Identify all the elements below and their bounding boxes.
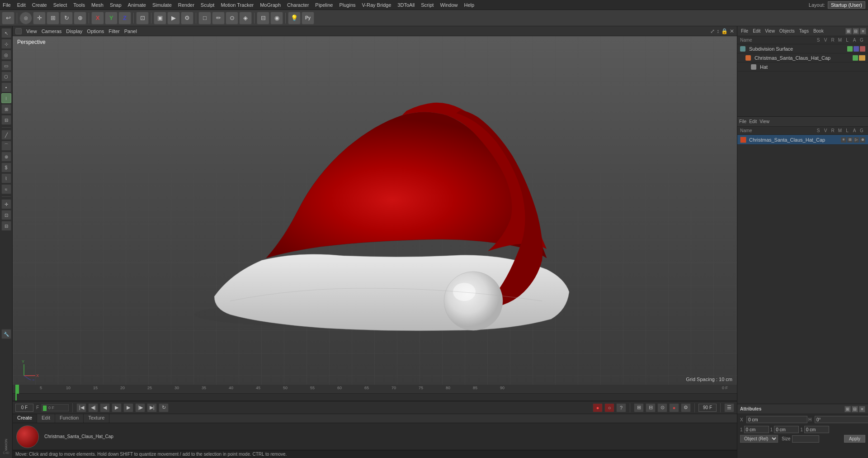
- list-view-btn[interactable]: ☰: [724, 403, 734, 412]
- next-key-button[interactable]: |▶: [135, 403, 145, 412]
- attr-sx-input[interactable]: [744, 426, 769, 433]
- render-to-picture-viewer[interactable]: ▣: [154, 12, 166, 24]
- live-select-tool[interactable]: ◎: [19, 12, 32, 24]
- tool-live-select[interactable]: ◎: [1, 50, 11, 60]
- viewport-menu-display[interactable]: Display: [66, 29, 82, 34]
- layout-selector[interactable]: Startup (User): [828, 1, 865, 9]
- menu-vray[interactable]: V-Ray Bridge: [362, 2, 392, 8]
- axis-x[interactable]: X: [91, 12, 104, 24]
- tool-arrow[interactable]: ↖: [1, 28, 11, 38]
- axis-z[interactable]: Z: [118, 12, 131, 24]
- menu-motion-tracker[interactable]: Motion Tracker: [221, 2, 254, 8]
- transform-tool[interactable]: ⊕: [74, 12, 86, 24]
- matmgr-edit[interactable]: Edit: [749, 119, 757, 124]
- attr-x-input[interactable]: [746, 416, 807, 423]
- auto-key-button[interactable]: ●: [593, 403, 603, 412]
- timeline-ruler[interactable]: 0 5 10 15 20 25 30 35 40 45 50 55 60 65 …: [13, 385, 737, 394]
- paint-tool[interactable]: ✏: [212, 12, 225, 24]
- matmgr-file[interactable]: File: [739, 119, 746, 124]
- scale-tool[interactable]: ⊞: [47, 12, 59, 24]
- obj-row-hat[interactable]: Hat: [737, 62, 868, 72]
- tool-poly-mode[interactable]: ⊞: [1, 104, 11, 114]
- viewport-icon-close[interactable]: ✕: [730, 28, 734, 34]
- tool-edge-mode[interactable]: ⁞: [1, 93, 11, 103]
- menu-simulate[interactable]: Simulate: [152, 2, 172, 8]
- tool-extrude[interactable]: ⊡: [1, 210, 11, 220]
- apply-button[interactable]: Apply: [844, 435, 865, 443]
- obj-vis-icon-2[interactable]: [853, 55, 858, 61]
- tool-uv-mode[interactable]: ⊟: [1, 115, 11, 125]
- menu-mesh[interactable]: Mesh: [91, 2, 104, 8]
- move-tool[interactable]: ✛: [33, 12, 46, 24]
- snap-button[interactable]: ⊡: [136, 12, 149, 24]
- menu-help[interactable]: Help: [464, 2, 475, 8]
- delete-key-btn[interactable]: ⊟: [646, 403, 656, 412]
- tool-loop[interactable]: ≈: [1, 184, 11, 194]
- viewport-canvas[interactable]: Perspective: [13, 36, 737, 385]
- tab-texture[interactable]: Texture: [84, 414, 109, 423]
- tab-create[interactable]: Create: [13, 414, 37, 423]
- tool-poly-select[interactable]: ⬡: [1, 72, 11, 81]
- play-button[interactable]: ▶: [112, 403, 122, 412]
- tool-rect-select[interactable]: ▭: [1, 61, 11, 71]
- objmgr-file-menu[interactable]: File: [739, 28, 750, 34]
- attr-sz-input[interactable]: [804, 426, 829, 433]
- tool-tweak[interactable]: ⊹: [1, 39, 11, 49]
- attr-icon-1[interactable]: ⊞: [844, 406, 851, 412]
- menu-select[interactable]: Select: [53, 2, 67, 8]
- mat-icon-3[interactable]: ▷: [854, 137, 859, 143]
- menu-mograph[interactable]: MoGraph: [260, 2, 281, 8]
- menu-snap[interactable]: Snap: [110, 2, 122, 8]
- menu-animate[interactable]: Animate: [128, 2, 146, 8]
- tab-edit[interactable]: Edit: [37, 414, 55, 423]
- edit-render-settings[interactable]: ⚙: [181, 12, 193, 24]
- next-frame-button[interactable]: ▶: [123, 403, 133, 412]
- coord-mode-selector[interactable]: Object (Rel): [740, 435, 778, 443]
- mat-icon-1[interactable]: ≡: [841, 137, 846, 143]
- frame-range-display[interactable]: 0 F: [42, 404, 69, 411]
- objmgr-view-menu[interactable]: View: [763, 28, 777, 34]
- uv-edit[interactable]: ⊙: [226, 12, 238, 24]
- loop-button[interactable]: ↻: [159, 403, 169, 412]
- obj-tag-icon[interactable]: [859, 55, 865, 61]
- material-preview-ball[interactable]: [16, 425, 39, 448]
- menu-edit[interactable]: Edit: [17, 2, 26, 8]
- obj-row-hat-cap[interactable]: Christmas_Santa_Claus_Hat_Cap: [737, 53, 868, 62]
- current-frame-input[interactable]: 0 F: [15, 404, 33, 412]
- axis-y[interactable]: Y: [105, 12, 118, 24]
- menu-character[interactable]: Character: [287, 2, 309, 8]
- mat-icon-2[interactable]: ⊟: [847, 137, 853, 143]
- obj-render-icon[interactable]: [860, 46, 865, 52]
- viewport-icon-lock[interactable]: 🔒: [721, 28, 728, 34]
- viewport-menu-cameras[interactable]: Cameras: [42, 29, 62, 34]
- obj-lock-icon[interactable]: [854, 46, 859, 52]
- tool-brush[interactable]: ⌒: [1, 141, 11, 151]
- motion-settings-btn[interactable]: ⚙: [681, 403, 691, 412]
- viewport-menu-options[interactable]: Options: [87, 29, 104, 34]
- viewport-expand-btn[interactable]: [15, 28, 22, 34]
- timeline-filter-btn[interactable]: ⊙: [657, 403, 667, 412]
- objmgr-objects-menu[interactable]: Objects: [778, 28, 797, 34]
- menu-sculpt[interactable]: Sculpt: [201, 2, 215, 8]
- tool-sculpt[interactable]: ⊛: [1, 152, 11, 162]
- attr-sy-input[interactable]: [774, 426, 799, 433]
- tool-knife[interactable]: ⌇: [1, 173, 11, 183]
- objmgr-book-menu[interactable]: Book: [811, 28, 826, 34]
- menu-file[interactable]: File: [3, 2, 11, 8]
- goto-end-button[interactable]: ▶|: [147, 403, 157, 412]
- obj-row-subdivision[interactable]: Subdivision Surface: [737, 44, 868, 53]
- menu-pipeline[interactable]: Pipeline: [315, 2, 333, 8]
- rotate-tool[interactable]: ↻: [60, 12, 73, 24]
- size-input[interactable]: [792, 435, 819, 443]
- objmgr-icon-3[interactable]: ≡: [860, 28, 866, 34]
- render-viewport[interactable]: ▶: [167, 12, 180, 24]
- texture-view[interactable]: ◈: [239, 12, 252, 24]
- menu-window[interactable]: Window: [440, 2, 458, 8]
- record-button[interactable]: ○: [604, 403, 614, 412]
- timeline-marker-btn[interactable]: ?: [616, 403, 626, 412]
- camera-tool[interactable]: ◉: [270, 12, 283, 24]
- matmgr-view[interactable]: View: [760, 119, 769, 124]
- timeline-playhead-marker[interactable]: [15, 385, 19, 394]
- motion-record-btn[interactable]: ●: [669, 403, 679, 412]
- viewport-icon-expand[interactable]: ⤢: [710, 28, 715, 34]
